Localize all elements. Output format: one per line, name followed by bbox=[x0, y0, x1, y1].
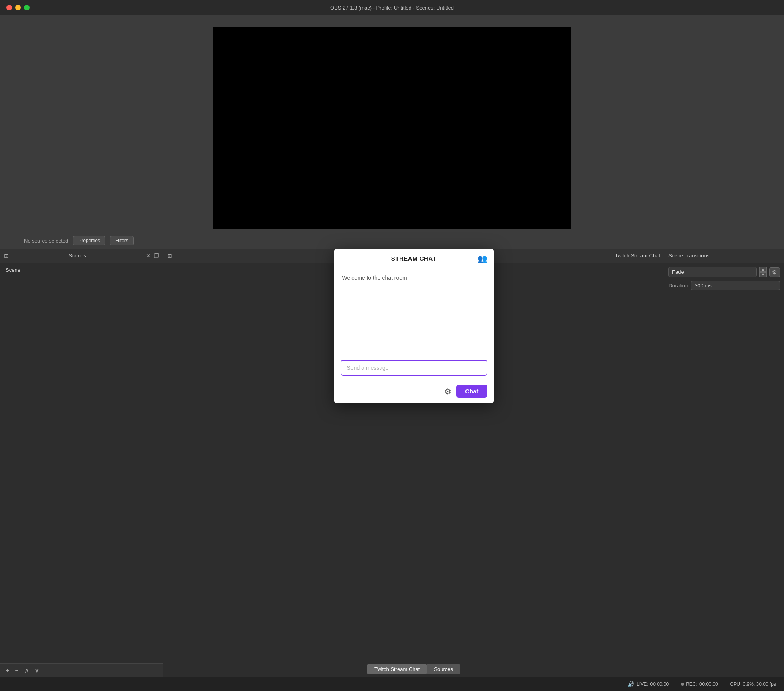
preview-canvas bbox=[213, 27, 571, 229]
scene-up-button[interactable]: ∧ bbox=[23, 666, 31, 675]
right-panel-content: Fade ▲ ▼ ⚙ Duration 300 ms bbox=[664, 263, 784, 294]
scenes-panel-footer: + − ∧ ∨ bbox=[0, 663, 163, 677]
window-title: OBS 27.1.3 (mac) - Profile: Untitled - S… bbox=[330, 5, 454, 11]
chat-send-button[interactable]: Chat bbox=[456, 385, 487, 398]
cpu-status: CPU: 0.9%, 30.00 fps bbox=[730, 681, 776, 687]
middle-panel-title: Twitch Stream Chat bbox=[615, 253, 660, 259]
live-icon: 🔊 bbox=[628, 681, 634, 687]
scenes-panel-icons: ✕ ❐ bbox=[146, 253, 159, 259]
title-bar: OBS 27.1.3 (mac) - Profile: Untitled - S… bbox=[0, 0, 784, 15]
scene-item[interactable]: Scene bbox=[0, 265, 163, 275]
traffic-lights bbox=[6, 5, 30, 10]
scenes-list: Scene bbox=[0, 263, 163, 663]
scenes-panel: ⊡ Scenes ✕ ❐ Scene + − ∧ ∨ bbox=[0, 249, 163, 677]
duration-value: 300 ms bbox=[691, 281, 780, 290]
bottom-tabs: Twitch Stream Chat Sources bbox=[163, 664, 664, 677]
bottom-panels: ⊡ Scenes ✕ ❐ Scene + − ∧ ∨ ⊡ Twitch Stre bbox=[0, 249, 784, 677]
transition-spin-up[interactable]: ▲ bbox=[759, 267, 767, 272]
scene-add-button[interactable]: + bbox=[4, 666, 11, 675]
filters-button[interactable]: Filters bbox=[110, 236, 134, 245]
middle-panel: ⊡ Twitch Stream Chat STREAM CHAT 👥 Welco… bbox=[163, 249, 664, 677]
chat-welcome-message: Welcome to the chat room! bbox=[342, 275, 409, 281]
rec-dot bbox=[681, 683, 684, 686]
chat-actions: ⚙ Chat bbox=[334, 381, 494, 403]
chat-dialog-title: STREAM CHAT bbox=[391, 255, 437, 262]
fullscreen-button[interactable] bbox=[24, 5, 30, 10]
chat-input-area bbox=[334, 355, 494, 381]
tab-twitch-stream-chat[interactable]: Twitch Stream Chat bbox=[367, 664, 427, 674]
scenes-panel-title: Scenes bbox=[69, 253, 86, 259]
preview-section bbox=[0, 15, 784, 233]
properties-button[interactable]: Properties bbox=[73, 236, 105, 245]
rec-label: REC: bbox=[686, 681, 697, 687]
status-bar: 🔊 LIVE: 00:00:00 REC: 00:00:00 CPU: 0.9%… bbox=[0, 677, 784, 691]
close-button[interactable] bbox=[6, 5, 12, 10]
chat-dialog-body: Welcome to the chat room! bbox=[334, 267, 494, 355]
transition-settings-icon[interactable]: ⚙ bbox=[769, 267, 780, 277]
scenes-copy-icon[interactable]: ❐ bbox=[154, 253, 159, 259]
scenes-panel-header: ⊡ Scenes ✕ ❐ bbox=[0, 249, 163, 263]
chat-message-input[interactable] bbox=[341, 360, 487, 376]
chat-settings-icon[interactable]: ⚙ bbox=[444, 387, 451, 396]
middle-panel-undock-icon[interactable]: ⊡ bbox=[167, 253, 172, 259]
transition-select[interactable]: Fade bbox=[668, 267, 757, 277]
scene-down-button[interactable]: ∨ bbox=[33, 666, 41, 675]
minimize-button[interactable] bbox=[15, 5, 21, 10]
rec-status: REC: 00:00:00 bbox=[681, 681, 718, 687]
duration-row: Duration 300 ms bbox=[668, 281, 780, 290]
live-status: 🔊 LIVE: 00:00:00 bbox=[628, 681, 669, 687]
transition-spinner: ▲ ▼ bbox=[759, 267, 767, 277]
right-panel-header: Scene Transitions bbox=[664, 249, 784, 263]
live-label: LIVE: bbox=[636, 681, 648, 687]
scene-remove-button[interactable]: − bbox=[13, 666, 20, 675]
transition-select-row: Fade ▲ ▼ ⚙ bbox=[668, 267, 780, 277]
cpu-label: CPU: 0.9%, 30.00 fps bbox=[730, 681, 776, 687]
chat-dialog-header: STREAM CHAT 👥 bbox=[334, 249, 494, 267]
scenes-close-icon[interactable]: ✕ bbox=[146, 253, 151, 259]
tab-sources[interactable]: Sources bbox=[427, 664, 460, 674]
duration-label: Duration bbox=[668, 283, 688, 289]
rec-time: 00:00:00 bbox=[699, 681, 718, 687]
no-source-label: No source selected bbox=[24, 238, 68, 244]
source-bar: No source selected Properties Filters bbox=[0, 233, 784, 249]
scenes-undock-icon[interactable]: ⊡ bbox=[4, 253, 9, 259]
live-time: 00:00:00 bbox=[650, 681, 669, 687]
chat-users-icon[interactable]: 👥 bbox=[477, 254, 487, 263]
chat-dialog: STREAM CHAT 👥 Welcome to the chat room! … bbox=[334, 249, 494, 403]
transition-spin-down[interactable]: ▼ bbox=[759, 272, 767, 277]
right-panel: Scene Transitions Fade ▲ ▼ ⚙ Duration 30… bbox=[664, 249, 784, 677]
right-panel-title: Scene Transitions bbox=[668, 253, 709, 259]
